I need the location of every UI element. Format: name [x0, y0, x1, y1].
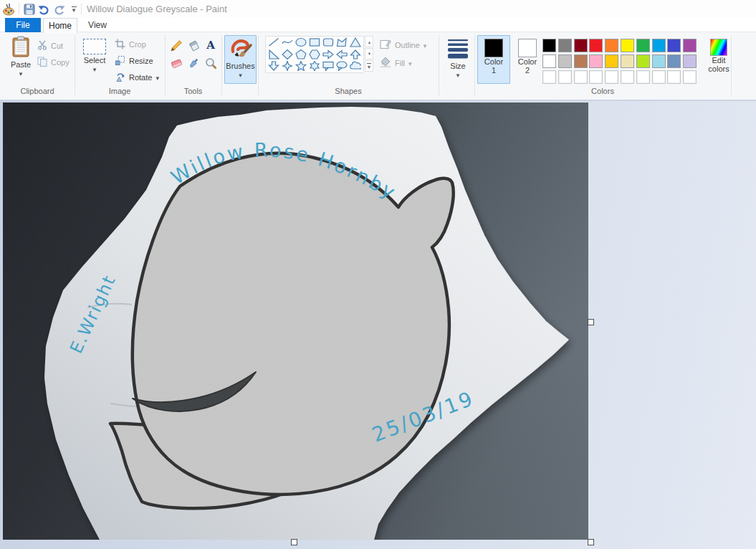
shape-fill-button[interactable]: Fill — [380, 57, 412, 70]
canvas-resize-handle-corner[interactable] — [588, 539, 594, 545]
shape-pentagon-icon[interactable] — [295, 49, 307, 59]
palette-swatch[interactable] — [542, 39, 556, 52]
shape-four-point-star-icon[interactable] — [282, 61, 293, 71]
shape-six-point-star-icon[interactable] — [309, 61, 320, 71]
shape-line-icon[interactable] — [268, 37, 279, 47]
tab-file[interactable]: File — [5, 18, 41, 32]
fill-with-color-tool-button[interactable] — [186, 38, 201, 52]
shape-rectangular-callout-icon[interactable] — [322, 61, 334, 71]
palette-swatch[interactable] — [652, 39, 666, 52]
paint-canvas[interactable]: Willow Rose Hornby E.Wright 25/03/19 — [3, 102, 588, 540]
save-icon[interactable] — [23, 3, 36, 15]
select-button[interactable]: Select — [79, 35, 110, 84]
shape-ellipse-icon[interactable] — [295, 37, 307, 47]
palette-swatch[interactable] — [558, 54, 572, 68]
shape-curve-icon[interactable] — [282, 37, 293, 47]
canvas-resize-handle-right[interactable] — [588, 319, 594, 325]
palette-swatch[interactable] — [667, 54, 681, 68]
paste-button[interactable]: Paste — [6, 35, 36, 84]
shape-cloud-callout-icon[interactable] — [350, 61, 361, 71]
work-area: Willow Rose Hornby E.Wright 25/03/19 — [0, 101, 756, 549]
paint-bucket-icon — [188, 39, 200, 52]
palette-swatch[interactable] — [652, 54, 666, 68]
brush-icon — [229, 36, 252, 60]
shape-oval-callout-icon[interactable] — [336, 61, 348, 71]
shape-diamond-icon[interactable] — [282, 49, 293, 59]
palette-swatch[interactable] — [621, 39, 634, 52]
shape-polygon-icon[interactable] — [336, 37, 348, 47]
color2-swatch — [518, 39, 537, 57]
color2-button[interactable]: Color 2 — [512, 35, 543, 84]
shape-hexagon-icon[interactable] — [309, 49, 320, 59]
eraser-tool-button[interactable] — [169, 56, 183, 70]
palette-swatch[interactable] — [542, 54, 556, 68]
edit-colors-label-line2: colors — [708, 65, 729, 73]
brushes-label: Brushes — [226, 62, 254, 70]
ribbon-tab-row: File Home View — [0, 18, 756, 32]
pencil-icon — [171, 39, 183, 52]
eraser-icon — [171, 57, 183, 70]
select-dropdown-caret-icon — [93, 65, 97, 73]
palette-swatch[interactable] — [667, 39, 681, 52]
shape-five-point-star-icon[interactable] — [295, 61, 307, 71]
tab-home[interactable]: Home — [43, 18, 77, 33]
tab-view[interactable]: View — [80, 18, 115, 32]
shape-arrow-right-icon[interactable] — [322, 49, 334, 59]
edit-colors-rainbow-icon — [710, 39, 727, 56]
magnifier-tool-button[interactable] — [204, 56, 218, 70]
shape-arrow-down-icon[interactable] — [268, 61, 279, 71]
group-divider — [731, 35, 732, 95]
shapes-scroll-up-icon[interactable] — [365, 36, 373, 47]
color1-label-line1: Color — [484, 57, 503, 66]
palette-empty-slot — [558, 70, 572, 84]
photo-grain-overlay — [3, 102, 588, 540]
shape-right-triangle-icon[interactable] — [268, 49, 279, 59]
shape-arrow-left-icon[interactable] — [336, 49, 348, 59]
shape-arrow-up-icon[interactable] — [350, 49, 361, 59]
palette-swatch[interactable] — [621, 54, 634, 68]
customize-quick-access-icon[interactable] — [67, 3, 80, 15]
shapes-more-icon[interactable]: ▼ — [365, 60, 373, 72]
tools-group-label: Tools — [165, 87, 221, 95]
paste-dropdown-caret-icon — [19, 69, 23, 77]
shape-rounded-rectangle-icon[interactable] — [322, 37, 334, 47]
brushes-button[interactable]: Brushes — [224, 35, 257, 84]
copy-button[interactable]: Copy — [37, 56, 70, 69]
paste-label: Paste — [11, 60, 31, 69]
edit-colors-button[interactable]: Edit colors — [698, 35, 740, 84]
canvas-resize-handle-bottom[interactable] — [291, 539, 297, 545]
color1-button[interactable]: Color 1 — [477, 35, 510, 84]
shape-outline-button[interactable]: Outline — [380, 39, 426, 52]
palette-swatch[interactable] — [589, 54, 603, 68]
color-palette — [542, 39, 697, 84]
copy-label: Copy — [51, 58, 70, 67]
text-tool-button[interactable] — [204, 38, 218, 52]
palette-swatch[interactable] — [589, 39, 603, 52]
palette-swatch[interactable] — [636, 54, 650, 68]
resize-button[interactable]: Resize — [115, 54, 153, 67]
palette-empty-slot — [605, 70, 618, 84]
fill-label: Fill — [395, 59, 405, 67]
line-size-icon — [447, 39, 469, 60]
palette-swatch[interactable] — [574, 54, 588, 68]
rotate-button[interactable]: Rotate — [115, 71, 159, 84]
crop-button[interactable]: Crop — [115, 38, 146, 51]
color-picker-tool-button[interactable] — [186, 56, 201, 70]
palette-swatch[interactable] — [636, 39, 650, 52]
palette-swatch[interactable] — [558, 39, 572, 52]
shapes-scroll-down-icon[interactable] — [365, 48, 373, 59]
palette-swatch[interactable] — [605, 54, 618, 68]
size-button[interactable]: Size — [441, 35, 474, 84]
palette-swatch[interactable] — [683, 39, 697, 52]
shape-rectangle-icon[interactable] — [309, 37, 320, 47]
palette-swatch[interactable] — [683, 54, 697, 68]
pencil-tool-button[interactable] — [169, 38, 183, 52]
shape-triangle-icon[interactable] — [350, 37, 361, 47]
redo-icon[interactable] — [52, 3, 65, 15]
color1-swatch — [484, 39, 503, 57]
palette-swatch[interactable] — [605, 39, 618, 52]
undo-icon[interactable] — [37, 3, 50, 15]
palette-swatch[interactable] — [574, 39, 588, 52]
crop-label: Crop — [129, 40, 146, 49]
cut-button[interactable]: Cut — [37, 39, 63, 52]
